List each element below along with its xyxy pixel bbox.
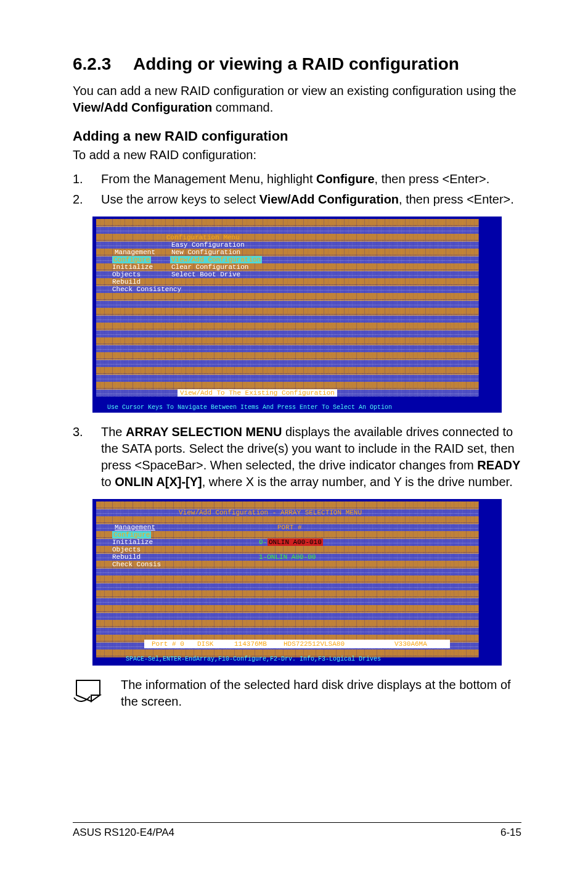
bios2-rebuild: Rebuild	[112, 553, 141, 561]
step-body: Use the arrow keys to select View/Add Co…	[101, 191, 521, 208]
step3-a: The	[101, 425, 126, 439]
bios1-configure: Configure	[112, 256, 151, 263]
bios2-driveinfo-model: HDS722512VLSA80	[284, 640, 345, 648]
step3-e: to	[101, 475, 115, 489]
bios1-management: Management	[115, 249, 155, 256]
section-number: 6.2.3	[73, 54, 133, 74]
intro-paragraph: You can add a new RAID configuration or …	[73, 83, 521, 116]
bios2-port-header: PORT #	[277, 524, 302, 531]
step-number: 1.	[73, 171, 101, 188]
bios-screenshot-array-selection: ▓▓▓▓▓▓▓▓▓▓▓▓▓▓▓▓▓▓▓▓▓▓▓▓▓▓▓▓▓▓▓▓▓▓▓▓▓▓▓▓…	[92, 499, 502, 666]
lead-text: To add a new RAID configuration:	[73, 148, 521, 162]
bios1-rebuild: Rebuild	[112, 278, 141, 286]
note-block: The information of the selected hard dis…	[73, 677, 521, 710]
step2-bold: View/Add Configuration	[259, 192, 399, 206]
bios-screenshot-config-menu: ▓▓▓▓▓▓▓▓▓▓▓▓▓▓▓▓▓▓▓▓▓▓▓▓▓▓▓▓▓▓▓▓▓▓▓▓▓▓▓▓…	[92, 217, 502, 413]
step1-bold: Configure	[316, 172, 374, 186]
step-body: The ARRAY SELECTION MENU displays the av…	[101, 424, 521, 490]
note-icon	[73, 677, 106, 704]
bios2-driveinfo-serial: V330A6MA	[394, 640, 427, 648]
step-body: From the Management Menu, highlight Conf…	[101, 171, 521, 188]
bios1-objects: Objects	[112, 271, 141, 278]
bios2-objects: Objects	[112, 546, 141, 553]
bios2-management: Management	[115, 524, 155, 531]
note-text: The information of the selected hard dis…	[121, 677, 521, 710]
section-heading: 6.2.3 Adding or viewing a RAID configura…	[73, 54, 521, 74]
intro-bold-viewadd: View/Add Configuration	[73, 101, 212, 114]
step2-c: , then press <Enter>.	[399, 192, 514, 206]
bios2-check: Check Consis	[112, 561, 161, 568]
bios2-row1: 1-ONLIN A00-00	[259, 553, 316, 561]
section-title: Adding or viewing a RAID configuration	[133, 54, 459, 74]
step2-a: Use the arrow keys to select	[101, 192, 259, 206]
step-3: 3. The ARRAY SELECTION MENU displays the…	[73, 424, 521, 490]
step3-d: READY	[477, 458, 520, 472]
footer-right: 6-15	[500, 827, 521, 839]
bios2-driveinfo-size: 114376MB	[234, 640, 267, 648]
bios1-check: Check Consistency	[112, 286, 181, 293]
bios2-row0-highlight: ONLIN A00-010	[267, 538, 323, 546]
bios1-title: Configuration Menu	[166, 234, 240, 241]
intro-text-c: command.	[212, 101, 273, 114]
bios1-easy: Easy Configuration	[171, 241, 245, 249]
step1-a: From the Management Menu, highlight	[101, 172, 316, 186]
bios2-configure: Configure	[112, 531, 151, 538]
step-number: 2.	[73, 191, 101, 208]
bios1-new: New Configuration	[171, 249, 240, 256]
bios2-driveinfo-disk: DISK	[197, 640, 213, 648]
bios1-selectboot: Select Boot Drive	[171, 271, 240, 278]
bios1-viewadd: View/Add Configuration	[170, 256, 262, 263]
bios1-status: View/Add To The Existing Configuration	[178, 389, 337, 397]
bios1-initialize: Initialize	[112, 263, 153, 271]
step3-g: , where X is the array number, and Y is …	[202, 475, 513, 489]
page-footer: ASUS RS120-E4/PA4 6-15	[73, 822, 521, 839]
step-number: 3.	[73, 424, 101, 490]
step3-b: ARRAY SELECTION MENU	[126, 425, 282, 439]
step-2: 2. Use the arrow keys to select View/Add…	[73, 191, 521, 208]
bios1-clear: Clear Configuration	[171, 263, 248, 271]
bios2-initialize: Initialize	[112, 538, 153, 546]
footer-left: ASUS RS120-E4/PA4	[73, 827, 174, 839]
bios2-driveinfo-prefix: Port # 0	[152, 640, 184, 648]
intro-text-a: You can add a new RAID configuration or …	[73, 84, 517, 97]
bios2-title: View/Add Configuration - ARRAY SELECTION…	[179, 509, 362, 516]
bios2-help: SPACE-Sel,ENTER-EndArray,F10-Configure,F…	[126, 656, 381, 663]
bios2-row0-prefix: 0-	[259, 538, 267, 546]
subheading: Adding a new RAID configuration	[73, 128, 521, 144]
step1-c: , then press <Enter>.	[375, 172, 490, 186]
bios1-help: Use Cursor Keys To Navigate Between Item…	[107, 404, 392, 411]
step-1: 1. From the Management Menu, highlight C…	[73, 171, 521, 188]
step3-f: ONLIN A[X]-[Y]	[115, 475, 202, 489]
